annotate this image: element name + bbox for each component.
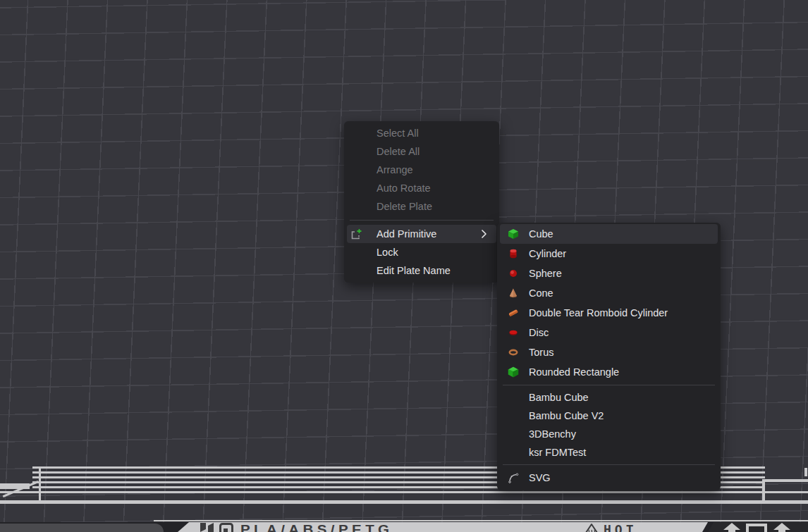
menu-separator: [350, 220, 494, 221]
submenu-item-3dbenchy[interactable]: 3DBenchy: [500, 425, 718, 443]
submenu-item-bambu-cube-v2[interactable]: Bambu Cube V2: [500, 407, 718, 425]
torus-icon: [508, 347, 519, 358]
submenu-item-ksr-fdmtest[interactable]: ksr FDMTest: [500, 443, 718, 462]
menu-item-arrange: Arrange: [347, 161, 496, 179]
menu-item-lock[interactable]: Lock: [347, 243, 496, 261]
cube-icon: [508, 228, 519, 240]
hot-surface-warning-icon: [583, 523, 600, 532]
plate-hot-label: HOT: [604, 523, 637, 532]
cone-icon: [508, 287, 519, 299]
submenu-item-disc[interactable]: Disc: [500, 323, 718, 342]
rounded-rectangle-icon: [508, 366, 519, 378]
menu-item-auto-rotate: Auto Rotate: [347, 179, 496, 197]
submenu-item-torus[interactable]: Torus: [500, 342, 718, 362]
plate-square-icon: [746, 524, 767, 532]
submenu-item-rounded-rectangle[interactable]: Rounded Rectangle: [500, 362, 718, 382]
submenu-separator: [503, 385, 715, 385]
submenu-item-double-tear-romboid-cylinder[interactable]: Double Tear Romboid Cylinder: [500, 303, 718, 323]
plate-context-menu: Select All Delete All Arrange Auto Rotat…: [344, 121, 499, 283]
romboid-cylinder-icon: [508, 307, 519, 318]
add-primitive-icon: [351, 228, 362, 240]
bambu-logo-icon: [200, 523, 215, 532]
cylinder-icon: [508, 248, 519, 259]
plate-logo-icon: [219, 523, 233, 532]
submenu-item-bambu-cube[interactable]: Bambu Cube: [500, 388, 718, 407]
arrow-up-icon: [723, 523, 741, 532]
submenu-item-sphere[interactable]: Sphere: [500, 264, 718, 283]
chevron-right-icon: [479, 228, 488, 240]
sphere-icon: [508, 268, 519, 279]
submenu-item-svg[interactable]: SVG: [500, 468, 718, 488]
submenu-item-cylinder[interactable]: Cylinder: [500, 244, 718, 264]
menu-item-edit-plate-name[interactable]: Edit Plate Name: [347, 261, 496, 280]
plate-corner-shape: [0, 524, 164, 532]
menu-item-delete-plate: Delete Plate: [347, 197, 496, 216]
menu-item-select-all: Select All: [347, 124, 496, 142]
submenu-separator: [503, 464, 715, 465]
menu-item-add-primitive[interactable]: Add Primitive: [347, 225, 496, 243]
bezier-curve-icon: [508, 472, 519, 483]
menu-item-delete-all: Delete All: [347, 142, 496, 161]
submenu-item-cube[interactable]: Cube: [500, 224, 718, 244]
submenu-item-cone[interactable]: Cone: [500, 283, 718, 303]
add-primitive-submenu: Cube Cylinder Sphere Cone Double Tear Ro…: [497, 223, 721, 490]
plate-front-edge-line: [154, 520, 808, 521]
plate-material-label: PLA/ABS/PETG: [240, 523, 393, 532]
arrow-up-icon: [773, 523, 791, 532]
disc-icon: [508, 327, 519, 338]
